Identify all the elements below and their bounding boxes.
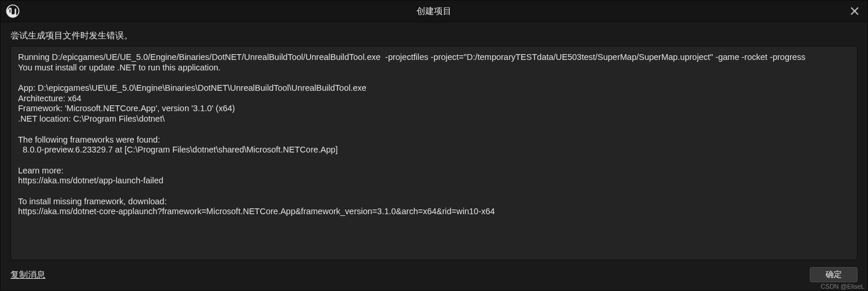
copy-message-link[interactable]: 复制消息 <box>10 269 45 281</box>
dialog-window: 创建项目 尝试生成项目文件时发生错误。 Running D:/epicgames… <box>0 0 868 291</box>
dialog-footer: 复制消息 确定 <box>10 260 858 285</box>
unreal-logo-icon <box>5 3 20 19</box>
ok-button[interactable]: 确定 <box>810 267 858 282</box>
close-icon <box>851 7 859 15</box>
titlebar: 创建项目 <box>1 1 867 22</box>
dialog-body: 尝试生成项目文件时发生错误。 Running D:/epicgames/UE/U… <box>1 22 867 290</box>
error-log-textbox[interactable]: Running D:/epicgames/UE/UE_5.0/Engine/Bi… <box>10 46 858 260</box>
watermark-text: CSDN @EliseL <box>821 283 865 290</box>
close-button[interactable] <box>846 3 863 19</box>
error-heading: 尝试生成项目文件时发生错误。 <box>10 30 858 41</box>
dialog-title: 创建项目 <box>417 6 451 17</box>
